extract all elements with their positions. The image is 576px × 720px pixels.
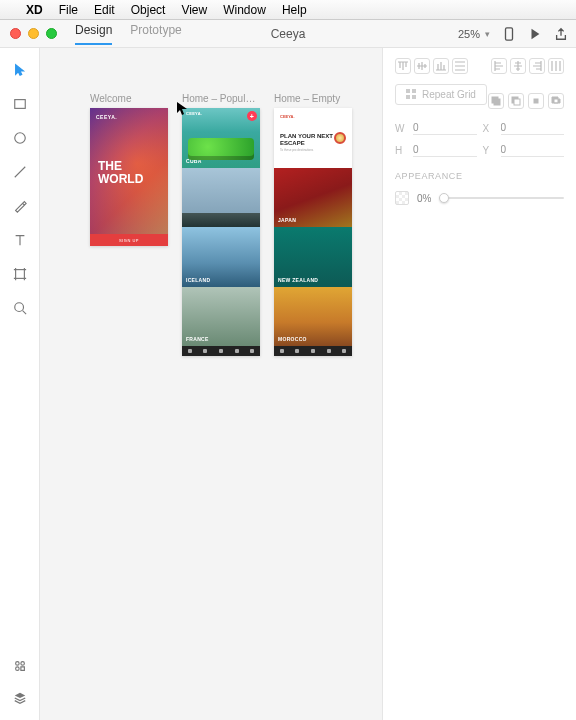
svg-rect-3 xyxy=(15,270,24,279)
compass-icon xyxy=(334,132,346,144)
tile-japan: JAPAN xyxy=(274,168,352,227)
y-label: Y xyxy=(483,145,495,156)
menu-help[interactable]: Help xyxy=(282,3,307,17)
artboard-label[interactable]: Welcome xyxy=(90,93,168,104)
align-right-icon[interactable] xyxy=(529,58,545,74)
svg-rect-16 xyxy=(534,99,538,103)
menu-file[interactable]: File xyxy=(59,3,78,17)
align-top-icon[interactable] xyxy=(395,58,411,74)
menu-edit[interactable]: Edit xyxy=(94,3,115,17)
tile-france: FRANCE xyxy=(182,287,260,347)
align-vcenter-icon[interactable] xyxy=(414,58,430,74)
path-intersect-icon[interactable] xyxy=(528,93,544,109)
svg-point-4 xyxy=(14,303,23,312)
app-menu[interactable]: XD xyxy=(26,3,43,17)
svg-point-6 xyxy=(20,662,24,666)
x-label: X xyxy=(483,123,495,134)
canvas[interactable]: Welcome CEEYA. THE WORLD SIGN UP Home – … xyxy=(40,48,382,720)
artboard-home-empty[interactable]: Home – Empty CEEYA. PLAN YOUR NEXT ESCAP… xyxy=(274,93,352,356)
zoom-dropdown[interactable]: 25% ▾ xyxy=(458,28,490,40)
select-tool[interactable] xyxy=(12,62,28,78)
pen-tool[interactable] xyxy=(12,198,28,214)
tab-prototype[interactable]: Prototype xyxy=(130,23,181,45)
align-bottom-icon[interactable] xyxy=(433,58,449,74)
mode-tabs: Design Prototype xyxy=(75,23,182,45)
titlebar: Design Prototype Ceeya 25% ▾ xyxy=(0,20,576,48)
signup-button: SIGN UP xyxy=(90,234,168,246)
rectangle-tool[interactable] xyxy=(12,96,28,112)
artboard-label[interactable]: Home – Populat... xyxy=(182,93,260,104)
svg-rect-1 xyxy=(14,100,25,109)
hero: CEEYA. PLAN YOUR NEXT ESCAPE To these pr… xyxy=(274,108,352,168)
hero-subtitle: To these pro destinations xyxy=(280,148,346,152)
svg-point-2 xyxy=(14,133,25,144)
macos-menubar: XD File Edit Object View Window Help xyxy=(0,0,576,20)
zoom-value: 25% xyxy=(458,28,480,40)
share-icon[interactable] xyxy=(554,27,568,41)
app-window: Design Prototype Ceeya 25% ▾ xyxy=(0,20,576,720)
tile-iceland: ICELAND xyxy=(182,227,260,287)
svg-rect-8 xyxy=(406,89,410,93)
y-input[interactable] xyxy=(501,143,565,157)
tab-design[interactable]: Design xyxy=(75,23,112,45)
ellipse-tool[interactable] xyxy=(12,130,28,146)
align-left-icon[interactable] xyxy=(491,58,507,74)
svg-point-5 xyxy=(15,662,19,666)
opacity-value: 0% xyxy=(417,193,431,204)
svg-point-7 xyxy=(15,667,19,671)
appearance-section-label: APPEARANCE xyxy=(395,171,564,181)
grid-icon xyxy=(406,89,417,100)
tile-label: JAPAN xyxy=(278,217,296,223)
path-subtract-icon[interactable] xyxy=(508,93,524,109)
tile-label: MOROCCO xyxy=(278,336,307,342)
tile-label: NEW ZEALAND xyxy=(278,277,318,283)
path-add-icon[interactable] xyxy=(488,93,504,109)
svg-rect-9 xyxy=(412,89,416,93)
h-label: H xyxy=(395,145,407,156)
tool-rail xyxy=(0,48,40,720)
x-input[interactable] xyxy=(501,121,565,135)
slider-handle[interactable] xyxy=(439,193,449,203)
window-controls xyxy=(10,28,57,39)
text-tool[interactable] xyxy=(12,232,28,248)
menu-window[interactable]: Window xyxy=(223,3,266,17)
menu-object[interactable]: Object xyxy=(131,3,166,17)
zoom-window-button[interactable] xyxy=(46,28,57,39)
add-fab-icon: + xyxy=(247,111,257,121)
tile-nz: NEW ZEALAND xyxy=(274,227,352,286)
opacity-slider[interactable] xyxy=(439,197,564,199)
artboard-tool[interactable] xyxy=(12,266,28,282)
zoom-tool[interactable] xyxy=(12,300,28,316)
bottom-nav xyxy=(274,346,352,356)
menu-view[interactable]: View xyxy=(181,3,207,17)
tile-label: ICELAND xyxy=(186,277,210,283)
path-exclude-icon[interactable] xyxy=(548,93,564,109)
line-tool[interactable] xyxy=(12,164,28,180)
assets-icon[interactable] xyxy=(12,658,28,674)
svg-rect-13 xyxy=(494,99,500,105)
tile-venice xyxy=(182,168,260,228)
w-label: W xyxy=(395,123,407,134)
fill-swatch[interactable] xyxy=(395,191,409,205)
svg-rect-15 xyxy=(514,99,520,105)
brand-logo: CEEYA. xyxy=(280,114,346,119)
height-input[interactable] xyxy=(413,143,477,157)
align-hcenter-icon[interactable] xyxy=(510,58,526,74)
bottom-nav xyxy=(182,346,260,356)
close-window-button[interactable] xyxy=(10,28,21,39)
device-preview-icon[interactable] xyxy=(502,27,516,41)
artboard-label[interactable]: Home – Empty xyxy=(274,93,352,104)
minimize-window-button[interactable] xyxy=(28,28,39,39)
distribute-v-icon[interactable] xyxy=(452,58,468,74)
document-title: Ceeya xyxy=(271,27,306,41)
artboard-home-populated[interactable]: Home – Populat... CEEYA. + CUBA ICELAND … xyxy=(182,93,260,356)
tile-label: FRANCE xyxy=(186,336,209,342)
distribute-h-icon[interactable] xyxy=(548,58,564,74)
tile-morocco: MOROCCO xyxy=(274,287,352,346)
width-input[interactable] xyxy=(413,121,477,135)
welcome-title: THE WORLD xyxy=(90,120,168,185)
svg-rect-10 xyxy=(406,95,410,99)
artboard-welcome[interactable]: Welcome CEEYA. THE WORLD SIGN UP xyxy=(90,93,168,246)
layers-icon[interactable] xyxy=(12,690,28,706)
play-icon[interactable] xyxy=(528,27,542,41)
